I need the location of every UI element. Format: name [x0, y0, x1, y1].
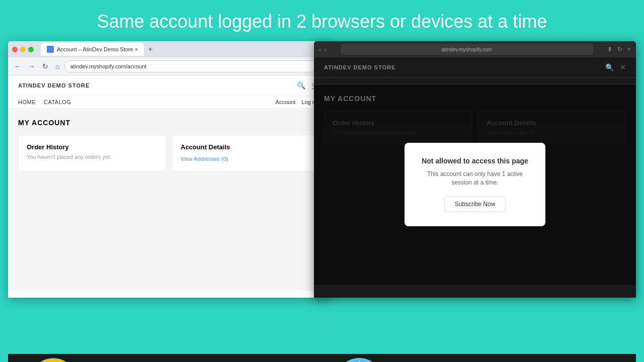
session-modal-overlay: Not allowed to access this page This acc… [314, 84, 636, 285]
safari-browser-window: ‹ › atindev.myshopify.com ⬆ ↻ + ATINDEV … [314, 41, 636, 298]
nav-links: HOME CATALOG [18, 99, 71, 105]
dark-search-icon[interactable]: 🔍 [605, 63, 614, 71]
chrome-toolbar: ← → ↻ ⌂ atindev.myshopify.com/account ⋮ [8, 57, 330, 75]
back-button[interactable]: ← [12, 61, 23, 71]
safari-plus-button[interactable]: + [627, 46, 631, 53]
page-title: Same account logged in 2 browsers or dev… [0, 0, 644, 41]
safari-back-button[interactable]: ‹ [319, 46, 321, 53]
account-details-card: Account Details View Addresses (0) [172, 135, 320, 171]
safari-logo-section: Safari [314, 354, 636, 362]
safari-page-content: ATINDEV DEMO STORE 🔍 ✕ MY ACCOUNT Order … [314, 57, 636, 298]
nav-home[interactable]: HOME [18, 99, 36, 105]
forward-button[interactable]: → [26, 61, 37, 71]
tab-title: Account – AtinDev Demo Store × [57, 46, 138, 52]
dark-store-name: ATINDEV DEMO STORE [324, 64, 395, 70]
modal-text: This account can only have 1 active sess… [421, 170, 529, 187]
new-tab-button[interactable]: + [146, 45, 154, 54]
chrome-page-content: ATINDEV DEMO STORE 🔍 🛒 HOME CATALOG Acco… [8, 75, 330, 298]
nav-catalog[interactable]: CATALOG [44, 99, 71, 105]
address-bar[interactable]: atindev.myshopify.com/account [64, 60, 317, 72]
header-banner: Same account logged in 2 browsers or dev… [0, 0, 644, 41]
account-details-title: Account Details [181, 143, 311, 151]
traffic-lights [12, 47, 34, 52]
my-account-title: MY ACCOUNT [18, 119, 320, 127]
dark-account-page: MY ACCOUNT Order History You haven't pla… [314, 84, 636, 285]
safari-logo-icon [334, 357, 384, 362]
dark-store-nav [314, 78, 636, 84]
chrome-logo-section: Chrome [8, 354, 330, 362]
order-history-card: Order History You haven't placed any ord… [18, 135, 166, 171]
address-text: atindev.myshopify.com/account [70, 63, 146, 69]
tab-favicon-icon [47, 46, 54, 53]
safari-address-bar[interactable]: atindev.myshopify.com [341, 44, 593, 55]
active-tab[interactable]: Account – AtinDev Demo Store × [41, 43, 144, 56]
safari-address-text: atindev.myshopify.com [442, 47, 492, 52]
subscribe-now-button[interactable]: Subscribe Now [444, 196, 506, 212]
session-modal: Not allowed to access this page This acc… [405, 143, 545, 226]
my-account-page: MY ACCOUNT Order History You haven't pla… [8, 109, 330, 291]
nav-account[interactable]: Account [276, 99, 296, 105]
close-window-button[interactable] [12, 47, 18, 52]
safari-tab-bar: ‹ › atindev.myshopify.com ⬆ ↻ + [314, 41, 636, 57]
chrome-browser-window: Account – AtinDev Demo Store × + ← → ↻ ⌂… [8, 41, 330, 298]
store-nav: HOME CATALOG Account Log out [8, 96, 330, 109]
view-addresses-link[interactable]: View Addresses (0) [181, 156, 228, 162]
chrome-logo-icon [28, 357, 78, 362]
safari-forward-button[interactable]: › [324, 46, 326, 53]
safari-share-button[interactable]: ⬆ [607, 46, 612, 53]
store-header: ATINDEV DEMO STORE 🔍 🛒 [8, 75, 330, 96]
reload-button[interactable]: ↻ [40, 61, 50, 71]
home-button[interactable]: ⌂ [53, 61, 61, 71]
dark-store-header: ATINDEV DEMO STORE 🔍 ✕ [314, 57, 636, 78]
safari-nav-buttons: ‹ › [319, 46, 327, 53]
order-history-title: Order History [27, 143, 157, 151]
search-icon[interactable]: 🔍 [297, 81, 305, 89]
chrome-tab-bar: Account – AtinDev Demo Store × + [8, 41, 330, 57]
tab-list: Account – AtinDev Demo Store × + [41, 43, 326, 56]
store-name: ATINDEV DEMO STORE [18, 82, 90, 88]
modal-title: Not allowed to access this page [421, 157, 529, 165]
dark-close-icon[interactable]: ✕ [620, 63, 626, 71]
logos-row: Chrome S [8, 354, 636, 362]
safari-controls: ⬆ ↻ + [607, 46, 631, 53]
maximize-window-button[interactable] [28, 47, 34, 52]
account-grid: Order History You haven't placed any ord… [18, 135, 320, 171]
minimize-window-button[interactable] [20, 47, 26, 52]
dark-store-icons: 🔍 ✕ [605, 63, 626, 71]
order-history-text: You haven't placed any orders yet. [27, 154, 157, 160]
nav-right: Account Log out [276, 99, 320, 105]
safari-reload-button[interactable]: ↻ [617, 46, 622, 53]
